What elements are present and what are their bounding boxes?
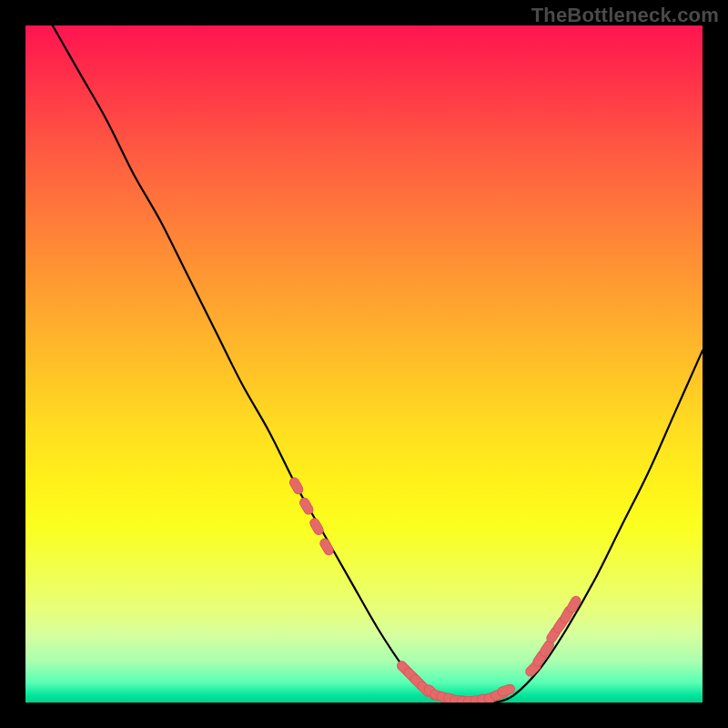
curve-marker [531,666,536,672]
curve-marker [565,611,569,618]
chart-plot-area [25,25,703,703]
chart-frame: TheBottleneck.com [0,0,728,728]
curve-marker [315,523,319,531]
curve-marker [294,482,298,490]
curve-marker [538,655,542,662]
watermark-label: TheBottleneck.com [531,4,719,27]
chart-svg [25,25,703,703]
bottleneck-curve [53,25,703,703]
curve-marker [325,543,329,551]
curve-marker [571,601,576,608]
curve-marker [305,502,309,510]
curve-marker [551,632,556,638]
curve-marker [502,689,511,692]
curve-marker [544,645,549,652]
marker-group [294,482,576,702]
curve-marker [558,622,562,629]
